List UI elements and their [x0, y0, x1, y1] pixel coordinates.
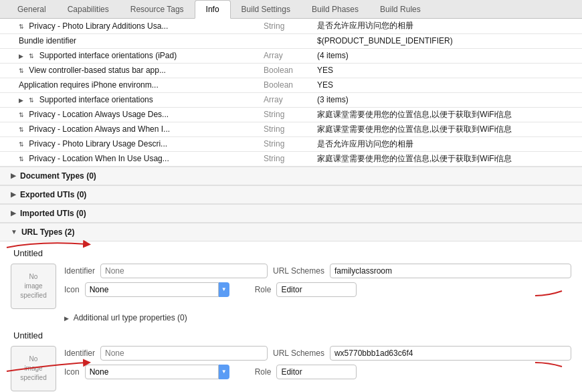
icon-dropdown-btn-1[interactable]: [219, 365, 229, 379]
url-schemes-input-1[interactable]: [330, 346, 571, 361]
expand-icon[interactable]: ▶: [19, 53, 25, 60]
row-key: ⇅ Privacy - Location Always and When I..…: [0, 122, 261, 136]
row-type: Array: [261, 92, 314, 107]
url-schemes-label-1: URL Schemes: [273, 349, 324, 358]
row-type: String: [261, 136, 314, 151]
role-input-1[interactable]: [276, 365, 357, 379]
section-label-document-types: Document Types (0): [20, 171, 96, 181]
tab-bar: General Capabilities Resource Tags Info …: [0, 0, 582, 19]
table-row: ⇅ View controller-based status bar app..…: [0, 63, 582, 78]
section-document-types[interactable]: ▶ Document Types (0): [0, 167, 582, 185]
row-stepper[interactable]: ⇅: [19, 68, 25, 74]
url-entry-image-text-1: No image specified: [20, 355, 46, 383]
additional-props-0[interactable]: ▶ Additional url type properties (0): [64, 313, 571, 322]
url-schemes-label-0: URL Schemes: [273, 266, 324, 276]
section-imported-utis[interactable]: ▶ Imported UTIs (0): [0, 204, 582, 223]
row-type: String: [261, 122, 314, 136]
row-key: ⇅ View controller-based status bar app..…: [0, 63, 261, 78]
row-key: ⇅ Privacy - Location When In Use Usag...: [0, 151, 261, 166]
tab-build-phases[interactable]: Build Phases: [301, 0, 369, 19]
row-key: ⇅ Privacy - Location Always Usage Des...: [0, 107, 261, 122]
expand-icon[interactable]: ▶: [19, 97, 25, 104]
section-label-exported-utis: Exported UTIs (0): [20, 190, 86, 199]
url-entry-body-1: No image specified Identifier URL Scheme…: [11, 346, 571, 391]
row-key: ⇅ Privacy - Photo Library Usage Descri..…: [0, 136, 261, 151]
table-row: ▶ ⇅ Supported interface orientations (iP…: [0, 48, 582, 63]
icon-select-0[interactable]: None: [85, 282, 219, 297]
table-row: ▶ ⇅ Supported interface orientations Arr…: [0, 92, 582, 107]
table-row: ⇅ Privacy - Photo Library Additions Usa.…: [0, 19, 582, 33]
table-row: ⇅ Privacy - Location When In Use Usag...…: [0, 151, 582, 166]
url-types-content: Untitled No image specified Identifier U…: [0, 241, 582, 393]
row-type: String: [261, 107, 314, 122]
row-value: 是否允许应用访问您的相册: [314, 136, 582, 151]
info-content: ⇅ Privacy - Photo Library Additions Usa.…: [0, 19, 582, 392]
role-label-0: Role: [255, 285, 272, 294]
section-arrow-document-types: ▶: [11, 172, 16, 179]
section-arrow-url-types: ▼: [11, 228, 17, 235]
table-row: ⇅ Privacy - Location Always Usage Des...…: [0, 107, 582, 122]
tab-capabilities[interactable]: Capabilities: [57, 0, 120, 19]
identifier-label-1: Identifier: [64, 349, 95, 358]
url-entry-image-text-0: No image specified: [20, 272, 46, 300]
tab-build-settings[interactable]: Build Settings: [231, 0, 301, 19]
tab-info[interactable]: Info: [195, 0, 231, 19]
identifier-input-0[interactable]: [100, 264, 268, 278]
row-key: ▶ ⇅ Supported interface orientations: [0, 92, 261, 107]
icon-label-1: Icon: [64, 367, 80, 377]
section-url-types[interactable]: ▼ URL Types (2): [0, 223, 582, 241]
row-stepper[interactable]: ⇅: [19, 23, 25, 30]
tab-general[interactable]: General: [7, 0, 57, 19]
url-schemes-input-0[interactable]: [330, 264, 571, 278]
row-key: ⇅ Privacy - Photo Library Additions Usa.…: [0, 19, 261, 33]
section-label-url-types: URL Types (2): [21, 227, 75, 237]
row-stepper[interactable]: ⇅: [29, 53, 35, 60]
url-entry-title-0: Untitled: [13, 248, 571, 258]
row-value: (4 items): [314, 48, 582, 63]
identifier-input-1[interactable]: [100, 346, 268, 361]
row-value: 家庭课堂需要使用您的位置信息,以便于获取到WiFi信息: [314, 107, 582, 122]
url-entry-body-0: No image specified Identifier URL Scheme…: [11, 264, 571, 309]
row-type: String: [261, 151, 314, 166]
table-row: ⇅ Privacy - Location Always and When I..…: [0, 122, 582, 136]
row-type: Boolean: [261, 78, 314, 92]
icon-dropdown-btn-0[interactable]: [219, 282, 229, 297]
row-key: Bundle identifier: [0, 33, 261, 48]
tab-build-rules[interactable]: Build Rules: [369, 0, 431, 19]
section-arrow-exported-utis: ▶: [11, 191, 16, 198]
row-type: String: [261, 19, 314, 33]
sub-section-arrow-0: ▶: [64, 315, 69, 322]
row-stepper[interactable]: ⇅: [19, 141, 25, 148]
icon-select-1[interactable]: None: [85, 365, 219, 379]
row-stepper[interactable]: ⇅: [19, 112, 25, 118]
url-entry-title-1: Untitled: [13, 330, 571, 340]
url-entry-image-1: No image specified: [11, 346, 56, 391]
row-stepper[interactable]: ⇅: [19, 126, 25, 133]
tab-resource-tags[interactable]: Resource Tags: [120, 0, 195, 19]
table-row: Bundle identifier $(PRODUCT_BUNDLE_IDENT…: [0, 33, 582, 48]
url-entry-image-0: No image specified: [11, 264, 56, 309]
row-value: 是否允许应用访问您的相册: [314, 19, 582, 33]
icon-select-wrapper-1: None: [85, 365, 229, 379]
row-key: ▶ ⇅ Supported interface orientations (iP…: [0, 48, 261, 63]
url-entry-1: Untitled No image specified Identifier U…: [11, 330, 571, 391]
table-row: ⇅ Privacy - Photo Library Usage Descri..…: [0, 136, 582, 151]
row-stepper[interactable]: ⇅: [19, 156, 25, 163]
role-input-0[interactable]: [276, 282, 357, 297]
row-value: (3 items): [314, 92, 582, 107]
row-type: Array: [261, 48, 314, 63]
url-entry-0: Untitled No image specified Identifier U…: [11, 248, 571, 322]
row-key: Application requires iPhone environm...: [0, 78, 261, 92]
row-value: YES: [314, 63, 582, 78]
section-label-imported-utis: Imported UTIs (0): [20, 209, 86, 218]
row-stepper[interactable]: ⇅: [29, 97, 35, 104]
row-value: $(PRODUCT_BUNDLE_IDENTIFIER): [314, 33, 582, 48]
row-type: Boolean: [261, 63, 314, 78]
icon-select-wrapper-0: None: [85, 282, 229, 297]
table-row: Application requires iPhone environm... …: [0, 78, 582, 92]
section-exported-utis[interactable]: ▶ Exported UTIs (0): [0, 185, 582, 204]
info-table: ⇅ Privacy - Photo Library Additions Usa.…: [0, 19, 582, 167]
row-type: [261, 33, 314, 48]
row-value: YES: [314, 78, 582, 92]
icon-label-0: Icon: [64, 285, 80, 294]
